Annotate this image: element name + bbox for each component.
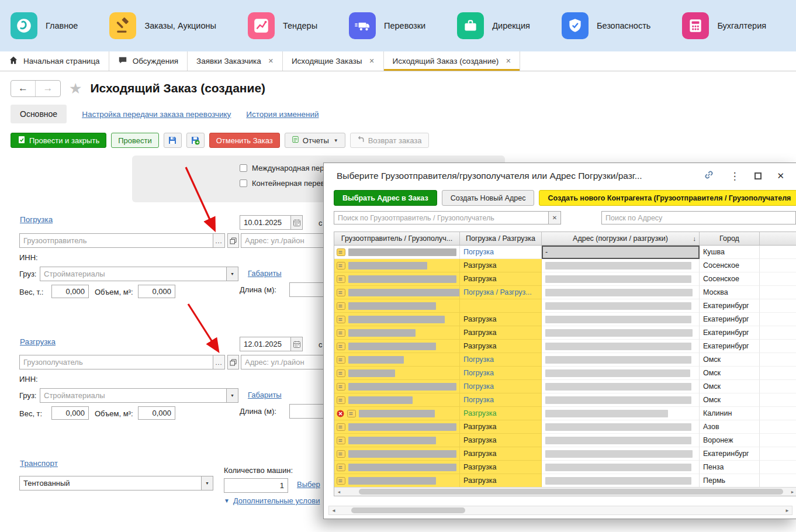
cell-party[interactable] [334,434,460,447]
cell-address[interactable] [542,474,700,488]
cell-party[interactable] [334,326,460,340]
cell-party[interactable] [334,407,460,420]
cell-address[interactable] [542,447,700,461]
cell-city[interactable]: Екатеринбург [700,299,760,313]
column-header-address[interactable]: Адрес (погрузки / разгрузки) ↓ [542,232,700,245]
table-row[interactable]: Погрузка Омск [334,380,796,393]
loading-date-input[interactable] [240,215,291,230]
nav-item-direction[interactable]: Дирекция [457,12,530,39]
more-menu-icon[interactable]: ⋮ [729,170,739,182]
table-row[interactable]: Разгрузка Екатеринбург [334,326,796,340]
cell-type[interactable]: Разгрузка [460,447,542,461]
unloading-date-input[interactable] [240,337,291,351]
table-row[interactable]: Погрузка - Кушва [334,246,796,259]
cell-city[interactable]: Калинин [700,407,760,420]
transport-section-link[interactable]: Транспорт [20,459,58,468]
cell-city[interactable]: Воронеж [700,434,760,447]
cell-address[interactable] [542,353,700,367]
scroll-left-icon[interactable]: ◄ [329,508,338,513]
unloading-section-link[interactable]: Разгрузка [20,337,56,346]
scroll-track[interactable] [338,506,783,514]
cell-party[interactable] [334,447,460,461]
cell-type[interactable]: Разгрузка [460,259,542,272]
cell-type[interactable]: Погрузка [460,246,542,259]
nav-item-transport[interactable]: Перевозки [349,12,425,39]
international-checkbox[interactable] [240,164,247,172]
cell-city[interactable]: Екатеринбург [700,313,760,326]
maximize-icon[interactable] [755,172,762,179]
dialog-bottom-scrollbar[interactable]: ◄ ► [328,506,792,515]
table-row[interactable]: Разгрузка Пермь [334,474,796,488]
forward-arrow-icon[interactable]: → [36,81,60,96]
scroll-left-icon[interactable]: ◄ [334,490,344,494]
cell-city[interactable]: Москва [700,286,760,299]
tab-discussions[interactable]: Обсуждения [109,51,188,71]
shipper-input[interactable] [19,233,213,248]
column-header-city[interactable]: Город [700,232,760,245]
cell-party[interactable] [334,286,460,299]
cell-address[interactable] [542,380,700,393]
cell-address[interactable] [542,313,700,326]
link-icon[interactable] [704,170,714,182]
cell-type[interactable]: Разгрузка [460,420,542,434]
loading-weight-input[interactable] [51,285,89,298]
consignee-open-icon[interactable] [227,355,239,369]
shipper-open-icon[interactable] [227,233,239,248]
cell-type[interactable] [460,299,542,313]
cell-party[interactable] [334,340,460,353]
table-row[interactable]: Разгрузка Азов [334,420,796,434]
cell-city[interactable]: Омск [700,393,760,407]
shipper-ellipsis-button[interactable]: ... [213,233,225,248]
dropdown-arrow-icon[interactable]: ▼ [202,476,213,490]
loading-section-link[interactable]: Погрузка [20,215,53,224]
loading-cargo-input[interactable] [40,267,227,281]
table-row[interactable]: Екатеринбург [334,299,796,313]
cell-address[interactable] [542,340,700,353]
create-contractor-button[interactable]: Создать нового Контрагента (Грузоотправи… [539,190,796,206]
nav-item-auctions[interactable]: Заказы, Аукционы [109,12,216,39]
table-row[interactable]: Погрузка / Разгруз... Москва [334,286,796,299]
scroll-thumb[interactable] [351,507,465,513]
save-and-post-button[interactable] [186,133,205,148]
cell-party[interactable] [334,461,460,474]
back-arrow-icon[interactable]: ← [11,81,36,96]
cell-type[interactable]: Погрузка [460,367,542,380]
tab-home[interactable]: Начальная страница [0,51,109,71]
cell-party[interactable] [334,393,460,407]
cell-address[interactable]: - [542,246,700,259]
cell-type[interactable]: Разгрузка [460,313,542,326]
cell-city[interactable]: Сосенское [700,272,760,286]
table-horizontal-scrollbar[interactable]: ◄ ► [334,487,796,496]
column-header-type[interactable]: Погрузка / Разгрузка [460,232,542,245]
subtab-carrier-transfer[interactable]: Настройка передачи заказа перевозчику [82,110,231,119]
post-and-close-button[interactable]: Провести и закрыть [11,133,106,148]
vehicle-count-input[interactable] [224,478,288,493]
cell-party[interactable] [334,474,460,488]
cell-type[interactable]: Разгрузка [460,407,542,420]
table-row[interactable]: Разгрузка Пенза [334,461,796,474]
scroll-thumb[interactable] [359,489,783,495]
calendar-icon[interactable] [291,215,303,230]
additional-conditions-expander[interactable]: ▼ Дополнительные услови [224,496,320,505]
create-address-button[interactable]: Создать Новый Адрес [442,190,535,206]
cell-type[interactable]: Разгрузка [460,461,542,474]
return-order-button[interactable]: Возврат заказа [350,133,429,148]
subtab-change-history[interactable]: История изменений [246,110,319,119]
cell-address[interactable] [542,461,700,474]
tab-outgoing-order-new[interactable]: Исходящий Заказ (создание) ✕ [384,51,521,71]
table-row[interactable]: Разгрузка Екатеринбург [334,313,796,326]
scroll-right-icon[interactable]: ► [788,490,796,494]
cell-address[interactable] [542,434,700,447]
tab-outgoing-orders[interactable]: Исходящие Заказы ✕ [283,51,384,71]
cell-type[interactable]: Погрузка / Разгруз... [460,286,542,299]
cell-type[interactable]: Разгрузка [460,326,542,340]
cell-address[interactable] [542,259,700,272]
reports-button[interactable]: Отчеты ▼ [285,133,345,148]
dropdown-arrow-icon[interactable]: ▼ [227,267,238,281]
cell-city[interactable]: Сосенское [700,259,760,272]
container-checkbox[interactable] [240,179,247,187]
loading-dimensions-link[interactable]: Габариты [248,269,282,278]
cell-city[interactable]: Омск [700,367,760,380]
cell-party[interactable] [334,246,460,259]
cell-party[interactable] [334,313,460,326]
